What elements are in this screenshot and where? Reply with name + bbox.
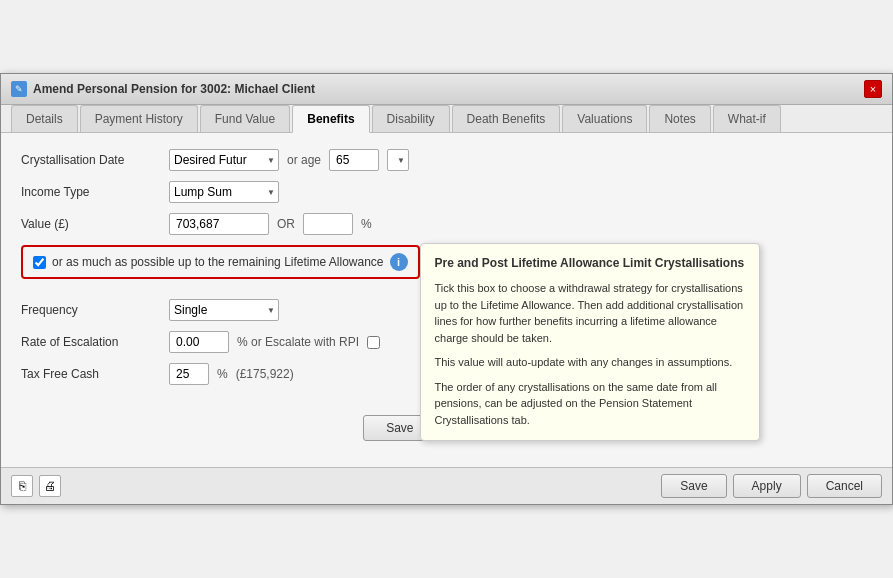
value-input[interactable] <box>169 213 269 235</box>
tax-label: Tax Free Cash <box>21 367 161 381</box>
window-title: Amend Personal Pension for 3002: Michael… <box>33 82 315 96</box>
tooltip-para1: Tick this box to choose a withdrawal str… <box>435 280 745 346</box>
frequency-label: Frequency <box>21 303 161 317</box>
footer-save-button[interactable]: Save <box>661 474 726 498</box>
tax-input[interactable] <box>169 363 209 385</box>
crystallisation-date-label: Crystallisation Date <box>21 153 161 167</box>
close-button[interactable]: × <box>864 80 882 98</box>
print-icon[interactable]: 🖨 <box>39 475 61 497</box>
info-tooltip-container: i Pre and Post Lifetime Allowance Limit … <box>390 253 408 271</box>
tab-payment-history[interactable]: Payment History <box>80 105 198 132</box>
lifetime-allowance-checkbox[interactable] <box>33 256 46 269</box>
tab-details[interactable]: Details <box>11 105 78 132</box>
tab-fund-value[interactable]: Fund Value <box>200 105 291 132</box>
income-type-select-container: Lump Sum <box>169 181 279 203</box>
copy-icon[interactable]: ⎘ <box>11 475 33 497</box>
frequency-select[interactable]: Single <box>169 299 279 321</box>
income-type-select[interactable]: Lump Sum <box>169 181 279 203</box>
crystallisation-date-row: Crystallisation Date Desired Futur or ag… <box>21 149 872 171</box>
tooltip-para2: This value will auto-update with any cha… <box>435 354 745 371</box>
footer: ⎘ 🖨 Save Apply Cancel <box>1 467 892 504</box>
rate-label: Rate of Escalation <box>21 335 161 349</box>
tooltip-title: Pre and Post Lifetime Allowance Limit Cr… <box>435 256 745 270</box>
percent-input[interactable] <box>303 213 353 235</box>
tab-death-benefits[interactable]: Death Benefits <box>452 105 561 132</box>
tab-disability[interactable]: Disability <box>372 105 450 132</box>
tooltip-box: Pre and Post Lifetime Allowance Limit Cr… <box>420 243 760 441</box>
tax-percent: % <box>217 367 228 381</box>
tab-bar: Details Payment History Fund Value Benef… <box>1 105 892 133</box>
or-age-text: or age <box>287 153 321 167</box>
checkbox-label: or as much as possible up to the remaini… <box>52 255 384 269</box>
rpi-checkbox[interactable] <box>367 336 380 349</box>
tooltip-body: Tick this box to choose a withdrawal str… <box>435 280 745 428</box>
main-content: Crystallisation Date Desired Futur or ag… <box>1 133 892 467</box>
footer-cancel-button[interactable]: Cancel <box>807 474 882 498</box>
tab-valuations[interactable]: Valuations <box>562 105 647 132</box>
value-label: Value (£) <box>21 217 161 231</box>
tab-benefits[interactable]: Benefits <box>292 105 369 133</box>
footer-buttons: Save Apply Cancel <box>661 474 882 498</box>
age-dropdown-container <box>387 149 409 171</box>
tax-amount: (£175,922) <box>236 367 294 381</box>
frequency-select-container: Single <box>169 299 279 321</box>
title-bar: ✎ Amend Personal Pension for 3002: Micha… <box>1 74 892 105</box>
percent-sign: % <box>361 217 372 231</box>
income-type-row: Income Type Lump Sum <box>21 181 872 203</box>
income-type-label: Income Type <box>21 185 161 199</box>
footer-icons: ⎘ 🖨 <box>11 475 61 497</box>
lifetime-allowance-checkbox-row: or as much as possible up to the remaini… <box>21 245 420 279</box>
rate-percent-text: % or Escalate with RPI <box>237 335 359 349</box>
tab-what-if[interactable]: What-if <box>713 105 781 132</box>
title-bar-left: ✎ Amend Personal Pension for 3002: Micha… <box>11 81 315 97</box>
tab-notes[interactable]: Notes <box>649 105 710 132</box>
or-text: OR <box>277 217 295 231</box>
footer-apply-button[interactable]: Apply <box>733 474 801 498</box>
rate-input[interactable] <box>169 331 229 353</box>
tooltip-para3: The order of any crystallisations on the… <box>435 379 745 429</box>
value-row: Value (£) OR % <box>21 213 872 235</box>
age-input[interactable] <box>329 149 379 171</box>
checkbox-section: or as much as possible up to the remaini… <box>21 245 872 289</box>
crystallisation-date-select-container: Desired Futur <box>169 149 279 171</box>
main-window: ✎ Amend Personal Pension for 3002: Micha… <box>0 73 893 505</box>
info-icon[interactable]: i <box>390 253 408 271</box>
window-icon: ✎ <box>11 81 27 97</box>
crystallisation-date-select[interactable]: Desired Futur <box>169 149 279 171</box>
age-dropdown[interactable] <box>387 149 409 171</box>
